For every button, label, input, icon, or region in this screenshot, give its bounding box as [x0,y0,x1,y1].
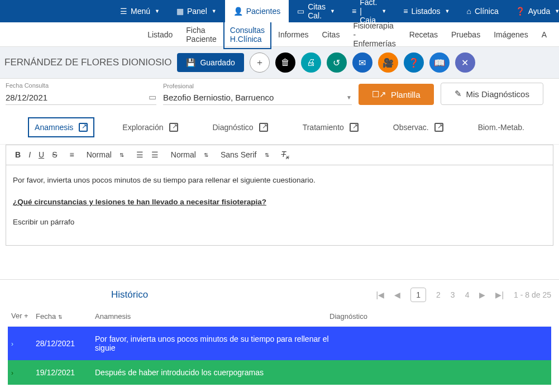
ordered-list-button[interactable]: ☰ [136,150,144,159]
subtab-citas[interactable]: Citas [316,25,347,45]
history-row[interactable]: › 28/12/2021 Por favor, invierta unos po… [8,327,551,360]
list-icon: ≡ [352,7,356,16]
pager-next[interactable]: ▶ [479,290,485,299]
pager-last[interactable]: ▶| [495,290,504,299]
chevron-down-icon: ▼ [555,8,559,14]
nav-panel[interactable]: ▦Panel▼ [168,0,225,22]
open-icon [169,123,178,132]
pager-first[interactable]: |◀ [376,290,385,299]
nav-clinica[interactable]: ⌂Clínica [458,0,507,22]
clear-format-button[interactable]: Tx [281,150,289,160]
fecha-label: Fecha Consulta [6,82,156,89]
plus-icon: ＋ [255,57,264,69]
add-button[interactable]: ＋ [250,52,270,73]
nav-pacientes[interactable]: 👤Pacientes [225,0,289,22]
pager-prev[interactable]: ◀ [394,290,400,299]
row-fecha: 19/12/2021 [36,368,95,377]
pager-page-2[interactable]: 2 [436,290,441,299]
open-icon [259,123,268,132]
history-row[interactable]: › 19/12/2021 Después de haber introducid… [8,360,551,385]
col-anamnesis[interactable]: Anamnesis [95,312,329,321]
video-button[interactable]: 🎥 [378,52,398,73]
strike-button[interactable]: S [52,150,57,159]
size-select[interactable]: Normal [171,150,196,159]
pager-page-1[interactable]: 1 [410,288,426,302]
header-row: FERNÁNDEZ DE FLORES DIONIOSIO 💾Guardado … [0,47,559,79]
subtab-ficha[interactable]: Ficha Paciente [179,20,223,49]
misdiagnosticos-button[interactable]: ✎Mis Diagnósticos [441,83,543,105]
editor-q2: ¿Qué tipo de terapia te ordenaron? [13,245,546,246]
chevron-down-icon: ▼ [381,8,386,14]
col-ver[interactable]: Ver + [11,312,36,321]
section-anamnesis[interactable]: Anamnesis [28,117,94,137]
pencil-icon: ✎ [455,89,462,99]
fecha-input[interactable]: 28/12/2021▭ [6,90,156,105]
pager-range: 1 - 8 de 25 [514,290,551,299]
underline-button[interactable]: U [39,150,44,159]
history-columns: Ver + Fecha ⇅ Anamnesis Diagnóstico [8,307,551,327]
subtab-recetas[interactable]: Recetas [403,25,445,45]
align-button[interactable]: ≡ [69,150,74,159]
section-exploracion[interactable]: Exploración [116,117,184,137]
delete-button[interactable]: 🗑 [275,52,295,73]
col-diagnostico[interactable]: Diagnóstico [329,312,548,321]
chevron-updown-icon: ⇅ [120,152,124,158]
nav-citas[interactable]: ▭Citas Cal.▼ [289,0,343,22]
editor-intro: Por favor, invierta unos pocos minutos d… [13,173,546,188]
grid-icon: ▦ [176,7,184,16]
save-button[interactable]: 💾Guardado [177,53,243,72]
row-anamnesis: Después de haber introducido los cuerpog… [95,368,329,377]
history-button[interactable]: ↺ [327,52,347,73]
nav-menu[interactable]: ☰Menú▼ [112,0,168,22]
subtab-listado[interactable]: Listado [141,25,179,45]
subtab-consultas[interactable]: Consultas H.Clínica [223,20,271,49]
book-button[interactable]: 📖 [429,52,450,73]
editor-a1: Escribir un párrafo [13,215,546,230]
nav-ayuda[interactable]: ❓Ayuda▼ [507,0,559,22]
subtab-imagenes[interactable]: Imágenes [487,25,534,45]
subtab-informes[interactable]: Informes [271,25,315,45]
mail-icon: ✉ [359,58,366,68]
calendar-icon: ▭ [297,7,304,16]
form-row: Fecha Consulta 28/12/2021▭ Profesional B… [0,79,559,111]
plantilla-button[interactable]: ☐↗Plantilla [359,84,434,105]
unordered-list-button[interactable]: ☰ [151,150,159,159]
bandage-icon: ✕ [461,58,469,68]
book-icon: 📖 [434,58,445,68]
bandage-button[interactable]: ✕ [455,52,475,73]
history-header: Histórico |◀ ◀ 1 2 3 4 ▶ ▶| 1 - 8 de 25 [8,280,551,307]
pager-page-3[interactable]: 3 [451,290,455,299]
fecha-field: Fecha Consulta 28/12/2021▭ [6,82,156,105]
open-icon [434,123,443,132]
menu-icon: ☰ [120,7,127,16]
email-button[interactable]: ✉ [352,52,372,73]
pager: |◀ ◀ 1 2 3 4 ▶ ▶| 1 - 8 de 25 [376,288,551,302]
profesional-select[interactable]: Bezofio Berniostio, Barruenco▼ [163,90,352,105]
section-biom[interactable]: Biom.-Metab. [471,117,531,137]
open-icon: ☐↗ [372,89,386,99]
section-observac[interactable]: Observac. [386,117,450,137]
chevron-updown-icon: ⇅ [265,152,269,158]
history-title: Histórico [111,289,148,300]
subtab-pruebas[interactable]: Pruebas [445,25,487,45]
font-select[interactable]: Sans Serif [221,150,257,159]
italic-button[interactable]: I [28,150,31,159]
pager-page-4[interactable]: 4 [465,290,470,299]
chevron-down-icon: ▼ [346,94,352,101]
chevron-down-icon: ▼ [155,8,160,14]
history-icon: ↺ [333,58,340,68]
open-icon [79,123,88,132]
section-tratamiento[interactable]: Tratamiento [296,117,365,137]
nav-fact[interactable]: ≡Fact. | Caja▼ [343,0,395,22]
sort-icon: ⇅ [58,314,63,320]
profesional-label: Profesional [163,83,352,89]
helpround-button[interactable]: ❓ [404,52,424,73]
nav-listados[interactable]: ≡Listados▼ [395,0,458,22]
print-button[interactable]: 🖨 [301,52,321,73]
heading-select[interactable]: Normal [87,150,112,159]
editor-content[interactable]: Por favor, invierta unos pocos minutos d… [6,165,553,246]
bold-button[interactable]: B [15,150,21,159]
subtab-a[interactable]: A [535,25,553,45]
col-fecha[interactable]: Fecha ⇅ [36,312,95,321]
section-diagnostico[interactable]: Diagnóstico [206,117,275,137]
